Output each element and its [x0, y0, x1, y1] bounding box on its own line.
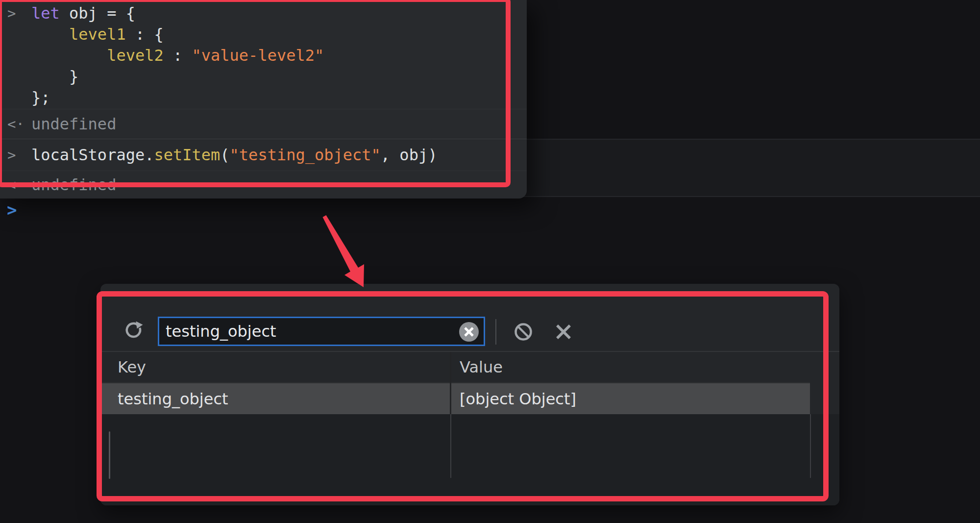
console-input-setitem: >localStorage.setItem("testing_object", …: [0, 139, 527, 171]
input-marker-icon: >: [7, 3, 16, 24]
code-line: localStorage.setItem("testing_object", o…: [31, 145, 437, 166]
console-result-2: <·undefined: [0, 171, 527, 199]
code-line: };: [31, 87, 527, 108]
storage-table-row[interactable]: testing_object[object Object]: [100, 383, 810, 414]
result-value: undefined: [31, 174, 116, 196]
code-token: [31, 46, 107, 65]
code-token: level1: [69, 25, 126, 44]
code-token: [31, 25, 69, 44]
toolbar-divider: [495, 319, 496, 345]
input-marker-icon: >: [7, 145, 16, 166]
code-line: }: [31, 66, 527, 87]
code-token: obj = {: [60, 4, 135, 23]
close-icon[interactable]: [554, 322, 573, 342]
table-empty-area: [100, 414, 839, 505]
refresh-icon[interactable]: [123, 320, 143, 340]
code-token: };: [31, 88, 50, 107]
code-token: setItem: [154, 146, 220, 164]
code-line: let obj = {: [31, 3, 527, 24]
code-token: , obj): [381, 146, 438, 164]
result-marker-icon: <·: [7, 114, 24, 135]
table-rows: testing_object[object Object]: [100, 383, 810, 414]
code-token: :: [164, 46, 192, 65]
table-right-edge: [810, 414, 811, 478]
code-token: (: [220, 146, 229, 164]
console-prompt-chevron-icon[interactable]: >: [7, 200, 17, 220]
result-marker-icon: <·: [7, 174, 24, 196]
console-input-object-literal: >let obj = { level1 : { level2 : "value-…: [0, 0, 527, 109]
code-token: }: [31, 67, 78, 86]
devtools-composite: >let obj = { level1 : { level2 : "value-…: [0, 0, 980, 523]
local-storage-panel: Key Value testing_object[object Object]: [100, 284, 839, 505]
table-header: Key Value: [100, 352, 810, 382]
code-token: level2: [107, 46, 164, 65]
console-screenshot-panel: >let obj = { level1 : { level2 : "value-…: [0, 0, 527, 199]
column-divider-extension: [450, 414, 451, 478]
clear-filter-icon[interactable]: [459, 322, 479, 342]
code-line: level2 : "value-level2": [31, 45, 527, 66]
clear-all-icon[interactable]: [514, 322, 533, 342]
row-value-cell[interactable]: [object Object]: [451, 383, 810, 414]
filter-input[interactable]: [158, 317, 485, 346]
console-entries: >let obj = { level1 : { level2 : "value-…: [0, 0, 527, 199]
column-header-key[interactable]: Key: [118, 352, 146, 382]
code-line: level1 : {: [31, 24, 527, 45]
code-token: localStorage.: [31, 146, 154, 164]
column-header-value[interactable]: Value: [460, 352, 503, 382]
row-key-cell[interactable]: testing_object: [100, 383, 450, 414]
code-token: let: [31, 4, 60, 23]
vertical-scrollbar[interactable]: [109, 431, 110, 479]
code-token: "value-level2": [192, 46, 324, 65]
code-token: : {: [126, 25, 164, 44]
code-token: "testing_object": [230, 146, 381, 164]
result-value: undefined: [31, 114, 116, 135]
console-result-1: <·undefined: [0, 109, 527, 139]
